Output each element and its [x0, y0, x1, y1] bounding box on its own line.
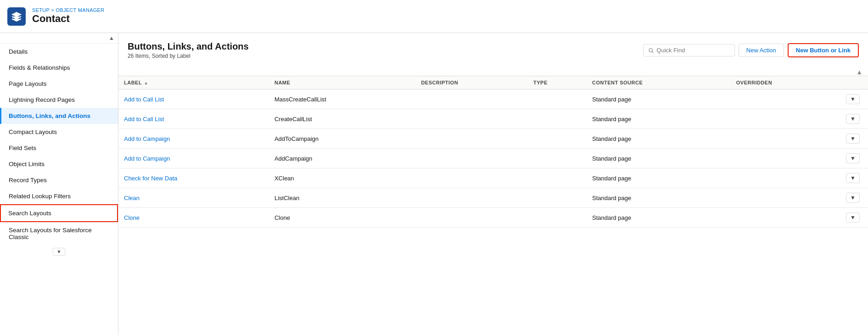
cell-content_source: Standard page — [587, 89, 731, 109]
table-scroll-up-btn[interactable]: ▲ — [856, 68, 862, 76]
cell-overridden — [731, 208, 840, 228]
cell-label[interactable]: Clone — [118, 208, 269, 228]
cell-description — [415, 149, 528, 168]
svg-point-0 — [649, 48, 653, 52]
sidebar-item-fields-relationships[interactable]: Fields & Relationships — [0, 60, 118, 76]
cell-label[interactable]: Add to Call List — [118, 109, 269, 129]
cell-description — [415, 188, 528, 208]
cell-name: AddToCampaign — [269, 129, 415, 149]
cell-label[interactable]: Add to Campaign — [118, 129, 269, 149]
sidebar-item-record-types[interactable]: Record Types — [0, 172, 118, 188]
cell-type — [528, 89, 587, 109]
cell-overridden — [731, 149, 840, 168]
row-dropdown-btn[interactable]: ▼ — [846, 193, 860, 203]
table-body: Add to Call ListMassCreateCallListStanda… — [118, 89, 868, 228]
table-row: Add to Call ListCreateCallListStandard p… — [118, 109, 868, 129]
sidebar-item-compact-layouts[interactable]: Compact Layouts — [0, 124, 118, 140]
app-header: SETUP > OBJECT MANAGER Contact — [0, 0, 868, 33]
cell-content_source: Standard page — [587, 129, 731, 149]
cell-actions: ▼ — [840, 188, 868, 208]
cell-content_source: Standard page — [587, 188, 731, 208]
row-dropdown-btn[interactable]: ▼ — [846, 153, 860, 163]
cell-overridden — [731, 109, 840, 129]
main-layout: ▲ DetailsFields & RelationshipsPage Layo… — [0, 33, 868, 335]
col-header-overridden[interactable]: OVERRIDDEN — [731, 76, 840, 89]
cell-label[interactable]: Check for New Data — [118, 168, 269, 188]
sidebar-item-buttons-links-actions[interactable]: Buttons, Links, and Actions — [0, 108, 118, 124]
breadcrumb-object-manager[interactable]: OBJECT MANAGER — [56, 7, 104, 13]
sidebar-item-page-layouts[interactable]: Page Layouts — [0, 76, 118, 92]
new-action-button[interactable]: New Action — [739, 44, 784, 57]
sidebar-items: DetailsFields & RelationshipsPage Layout… — [0, 44, 118, 245]
cell-actions: ▼ — [840, 208, 868, 228]
row-dropdown-btn[interactable]: ▼ — [846, 212, 860, 223]
cell-actions: ▼ — [840, 149, 868, 168]
cell-description — [415, 109, 528, 129]
cell-actions: ▼ — [840, 168, 868, 188]
cell-label[interactable]: Clean — [118, 188, 269, 208]
row-dropdown-btn[interactable]: ▼ — [846, 173, 860, 183]
app-icon — [7, 7, 26, 26]
cell-label[interactable]: Add to Call List — [118, 89, 269, 109]
cell-content_source: Standard page — [587, 149, 731, 168]
sidebar-item-search-layouts[interactable]: Search Layouts — [0, 204, 118, 222]
sidebar-scroll-up-btn[interactable]: ▲ — [109, 35, 114, 41]
cell-overridden — [731, 188, 840, 208]
cell-overridden — [731, 129, 840, 149]
cell-overridden — [731, 89, 840, 109]
row-dropdown-btn[interactable]: ▼ — [846, 94, 860, 104]
cell-description — [415, 168, 528, 188]
cell-type — [528, 109, 587, 129]
new-button-or-link-button[interactable]: New Button or Link — [788, 43, 859, 57]
main-content: Buttons, Links, and Actions 26 Items, So… — [118, 33, 868, 335]
col-header-content_source[interactable]: CONTENT SOURCE — [587, 76, 731, 89]
cell-label[interactable]: Add to Campaign — [118, 149, 269, 168]
search-icon — [648, 47, 654, 54]
cell-actions: ▼ — [840, 109, 868, 129]
cell-type — [528, 149, 587, 168]
sidebar-item-lightning-record-pages[interactable]: Lightning Record Pages — [0, 92, 118, 108]
sidebar-item-object-limits[interactable]: Object Limits — [0, 156, 118, 172]
content-title-area: Buttons, Links, and Actions 26 Items, So… — [128, 41, 643, 59]
table-row: Add to CampaignAddToCampaignStandard pag… — [118, 129, 868, 149]
col-header-name[interactable]: NAME — [269, 76, 415, 89]
cell-actions: ▼ — [840, 129, 868, 149]
data-table: LABEL▲NAMEDESCRIPTIONTYPECONTENT SOURCEO… — [118, 76, 868, 228]
cell-overridden — [731, 168, 840, 188]
table-scroll-top: ▲ — [118, 67, 868, 76]
page-title: Contact — [32, 13, 105, 25]
table-row: CloneCloneStandard page▼ — [118, 208, 868, 228]
cell-type — [528, 129, 587, 149]
sidebar-item-search-layouts-classic[interactable]: Search Layouts for Salesforce Classic — [0, 222, 118, 245]
cell-content_source: Standard page — [587, 109, 731, 129]
table-row: Add to CampaignAddCampaignStandard page▼ — [118, 149, 868, 168]
sidebar-item-related-lookup-filters[interactable]: Related Lookup Filters — [0, 188, 118, 204]
content-header: Buttons, Links, and Actions 26 Items, So… — [118, 33, 868, 59]
sidebar-item-details[interactable]: Details — [0, 44, 118, 60]
cell-description — [415, 89, 528, 109]
row-dropdown-btn[interactable]: ▼ — [846, 134, 860, 144]
cell-description — [415, 208, 528, 228]
col-header-description[interactable]: DESCRIPTION — [415, 76, 528, 89]
sidebar-scroll-bottom: ▼ — [0, 245, 118, 258]
sidebar-item-field-sets[interactable]: Field Sets — [0, 140, 118, 156]
content-subtitle: 26 Items, Sorted by Label — [128, 53, 643, 59]
breadcrumb-setup[interactable]: SETUP — [32, 7, 50, 13]
cell-name: Clone — [269, 208, 415, 228]
content-title: Buttons, Links, and Actions — [128, 41, 643, 52]
sidebar-scroll-top: ▲ — [0, 33, 118, 44]
breadcrumb-separator: > — [51, 7, 56, 13]
breadcrumb: SETUP > OBJECT MANAGER — [32, 7, 105, 13]
col-header-label[interactable]: LABEL▲ — [118, 76, 269, 89]
col-header-type[interactable]: TYPE — [528, 76, 587, 89]
search-box[interactable] — [643, 44, 735, 56]
content-actions: New Action New Button or Link — [643, 43, 859, 57]
row-dropdown-btn[interactable]: ▼ — [846, 114, 860, 124]
cell-name: ListClean — [269, 188, 415, 208]
table-wrapper: ▲ LABEL▲NAMEDESCRIPTIONTYPECONTENT SOURC… — [118, 67, 868, 228]
search-input[interactable] — [656, 47, 729, 54]
svg-line-1 — [652, 51, 654, 53]
sidebar-scroll-down-btn[interactable]: ▼ — [53, 248, 66, 256]
table-row: CleanListCleanStandard page▼ — [118, 188, 868, 208]
layers-icon — [11, 11, 22, 22]
